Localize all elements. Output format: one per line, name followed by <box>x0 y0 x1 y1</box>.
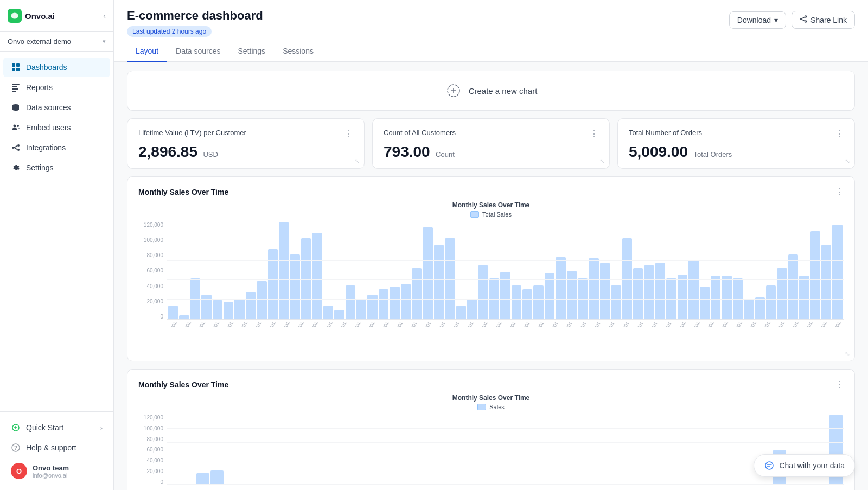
svg-point-21 <box>805 21 807 22</box>
bar <box>678 275 687 319</box>
bar <box>346 285 355 319</box>
x-axis-label: 2016-01 <box>340 322 350 327</box>
sidebar-item-integrations[interactable]: Integrations <box>3 138 110 157</box>
resize-handle-icon: ⤡ <box>354 157 360 165</box>
svg-point-27 <box>765 462 773 469</box>
x-axis-label: 2016-11 <box>481 322 492 327</box>
create-chart-label: Create a new chart <box>469 86 538 96</box>
bar <box>445 238 455 319</box>
last-updated-badge: Last updated 2 hours ago <box>127 26 212 37</box>
sidebar: Onvo.ai ‹ Onvo external demo ▾ Dashboard… <box>0 0 114 490</box>
bar <box>755 297 765 319</box>
chart-title: Monthly Sales Over Time <box>138 380 228 389</box>
quick-start-icon <box>11 423 21 432</box>
x-axis-label: 2017-08 <box>608 322 618 327</box>
bar <box>611 285 621 319</box>
bar-chart <box>167 222 844 320</box>
legend-label: Total Sales <box>482 211 512 218</box>
create-chart-icon <box>445 82 462 99</box>
data-sources-icon <box>11 103 21 112</box>
x-axis-label: 2015-12 <box>326 322 336 327</box>
y-axis-labels: 120,000 100,000 80,000 60,000 40,000 20,… <box>138 415 163 485</box>
bar <box>799 276 809 319</box>
bar <box>522 289 532 319</box>
profile-item[interactable]: O Onvo team info@onvo.ai <box>3 458 110 484</box>
create-chart-card[interactable]: Create a new chart <box>127 71 855 111</box>
embed-users-icon <box>11 123 21 132</box>
chart-menu-button[interactable]: ⋮ <box>835 379 844 390</box>
bar <box>644 265 654 319</box>
sidebar-bottom: Quick Start › ? Help & support O Onvo te… <box>0 411 113 490</box>
x-axis-label: 2017-01 <box>509 322 520 327</box>
quick-start-label: Quick Start <box>26 423 63 432</box>
svg-rect-7 <box>12 91 16 92</box>
chart-legend: Sales <box>138 404 844 410</box>
bar <box>478 265 488 319</box>
sidebar-item-reports[interactable]: Reports <box>3 78 110 97</box>
quick-start-chevron-icon: › <box>100 424 103 432</box>
chart-menu-button[interactable]: ⋮ <box>835 187 844 197</box>
x-axis-label: 2015-06 <box>240 322 251 327</box>
sidebar-item-dashboards[interactable]: Dashboards <box>3 58 110 77</box>
chat-icon <box>764 460 775 471</box>
sidebar-navigation: Dashboards Reports <box>0 52 113 411</box>
metric-menu-button[interactable]: ⋮ <box>835 129 844 139</box>
svg-point-20 <box>800 18 802 20</box>
sidebar-collapse-button[interactable]: ‹ <box>103 11 106 20</box>
chevron-down-icon: ▾ <box>774 16 778 24</box>
sidebar-item-settings[interactable]: Settings <box>3 158 110 177</box>
share-link-button[interactable]: Share Link <box>792 11 855 29</box>
x-axis-label: 2016-06 <box>410 322 421 327</box>
x-axis-label: 2015-01 <box>170 322 181 327</box>
share-label: Share Link <box>810 16 847 24</box>
sidebar-item-label: Reports <box>26 83 53 92</box>
svg-rect-4 <box>12 84 20 85</box>
svg-rect-3 <box>16 68 20 71</box>
chart-card-monthly-sales-1: Monthly Sales Over Time ⋮ Monthly Sales … <box>127 176 855 361</box>
chart-title: Monthly Sales Over Time <box>138 188 228 196</box>
tab-settings[interactable]: Settings <box>229 41 275 62</box>
bar <box>367 295 377 319</box>
sidebar-item-data-sources[interactable]: Data sources <box>3 98 110 117</box>
svg-point-19 <box>805 16 807 17</box>
bar <box>234 299 244 319</box>
tab-sessions[interactable]: Sessions <box>274 41 322 62</box>
download-label: Download <box>737 16 771 24</box>
bar <box>777 268 787 319</box>
x-axis-label: 2015-07 <box>254 322 265 327</box>
bar <box>688 260 698 319</box>
settings-icon <box>11 163 21 173</box>
metric-title: Count of All Customers <box>384 129 456 137</box>
help-support-item[interactable]: ? Help & support <box>3 438 110 457</box>
help-icon: ? <box>11 443 21 453</box>
metric-menu-button[interactable]: ⋮ <box>344 129 353 139</box>
legend-label: Sales <box>489 404 505 410</box>
download-button[interactable]: Download ▾ <box>729 11 786 29</box>
svg-text:?: ? <box>14 445 17 451</box>
sidebar-item-label: Settings <box>26 163 54 172</box>
quick-start-item[interactable]: Quick Start › <box>3 418 110 437</box>
x-axis-label: 2016-12 <box>495 322 506 327</box>
bar <box>589 258 598 319</box>
bar <box>467 299 477 319</box>
tab-layout[interactable]: Layout <box>127 41 167 62</box>
sidebar-item-label: Embed users <box>26 123 71 132</box>
sidebar-item-embed-users[interactable]: Embed users <box>3 118 110 137</box>
svg-line-14 <box>14 146 17 148</box>
svg-point-13 <box>17 149 20 151</box>
bar <box>434 245 444 319</box>
metric-menu-button[interactable]: ⋮ <box>590 129 598 139</box>
chat-button[interactable]: Chat with your data <box>754 454 855 477</box>
svg-rect-1 <box>16 63 20 67</box>
metric-unit: Count <box>436 150 455 158</box>
profile-name: Onvo team <box>33 464 69 472</box>
x-axis-label: 2016-04 <box>382 322 393 327</box>
workspace-selector[interactable]: Onvo external demo ▾ <box>0 32 113 52</box>
x-axis-label: 2017-12 <box>665 322 675 327</box>
metric-value: 2,896.85 <box>138 143 197 160</box>
bar-chart <box>167 415 844 485</box>
tab-data-sources[interactable]: Data sources <box>167 41 229 62</box>
bar <box>196 473 209 485</box>
bar <box>210 470 224 485</box>
resize-handle-icon: ⤡ <box>599 157 605 165</box>
